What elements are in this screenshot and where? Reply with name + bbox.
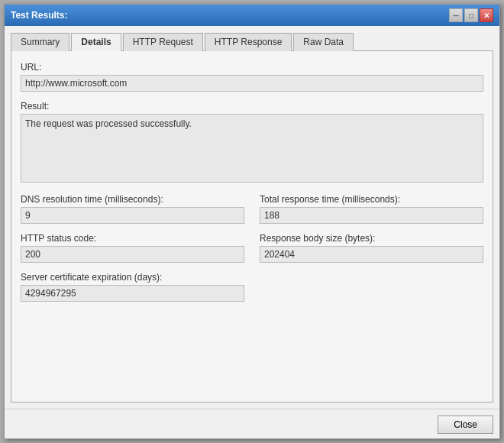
- tab-raw-data[interactable]: Raw Data: [293, 33, 354, 51]
- total-response-label: Total response time (milliseconds):: [260, 194, 483, 205]
- tab-http-response[interactable]: HTTP Response: [205, 33, 292, 51]
- url-input[interactable]: [21, 75, 483, 92]
- dns-field-group: DNS resolution time (milliseconds):: [21, 194, 244, 224]
- two-col-section: DNS resolution time (milliseconds): Tota…: [21, 194, 483, 311]
- tab-bar: Summary Details HTTP Request HTTP Respon…: [11, 32, 493, 51]
- http-status-field-group: HTTP status code:: [21, 233, 244, 263]
- result-field-group: Result: The request was processed succes…: [21, 101, 483, 185]
- close-button[interactable]: Close: [438, 416, 493, 434]
- tab-summary[interactable]: Summary: [11, 33, 69, 51]
- url-label: URL:: [21, 62, 483, 73]
- result-label: Result:: [21, 101, 483, 112]
- footer: Close: [5, 409, 499, 438]
- server-cert-input[interactable]: [21, 285, 244, 302]
- title-bar: Test Results: ─ □ ✕: [5, 5, 499, 26]
- dns-input[interactable]: [21, 207, 244, 224]
- window-close-button[interactable]: ✕: [480, 8, 493, 22]
- content-panel: URL: Result: The request was processed s…: [11, 51, 493, 403]
- tab-http-request[interactable]: HTTP Request: [123, 33, 203, 51]
- response-body-input[interactable]: [260, 246, 483, 263]
- title-bar-buttons: ─ □ ✕: [449, 8, 493, 22]
- response-body-field-group: Response body size (bytes):: [260, 233, 483, 263]
- maximize-button[interactable]: □: [464, 8, 478, 22]
- window-title: Test Results:: [11, 10, 67, 21]
- test-results-window: Test Results: ─ □ ✕ Summary Details HTTP…: [4, 4, 500, 439]
- total-response-field-group: Total response time (milliseconds):: [260, 194, 483, 224]
- url-field-group: URL:: [21, 62, 483, 92]
- http-status-label: HTTP status code:: [21, 233, 244, 244]
- server-cert-label: Server certificate expiration (days):: [21, 272, 244, 283]
- dns-label: DNS resolution time (milliseconds):: [21, 194, 244, 205]
- server-cert-field-group: Server certificate expiration (days):: [21, 272, 244, 302]
- http-status-input[interactable]: [21, 246, 244, 263]
- total-response-input[interactable]: [260, 207, 483, 224]
- window-body: Summary Details HTTP Request HTTP Respon…: [5, 26, 499, 409]
- response-body-label: Response body size (bytes):: [260, 233, 483, 244]
- tab-details[interactable]: Details: [71, 33, 121, 51]
- result-textarea[interactable]: The request was processed successfully.: [21, 114, 483, 183]
- minimize-button[interactable]: ─: [449, 8, 463, 22]
